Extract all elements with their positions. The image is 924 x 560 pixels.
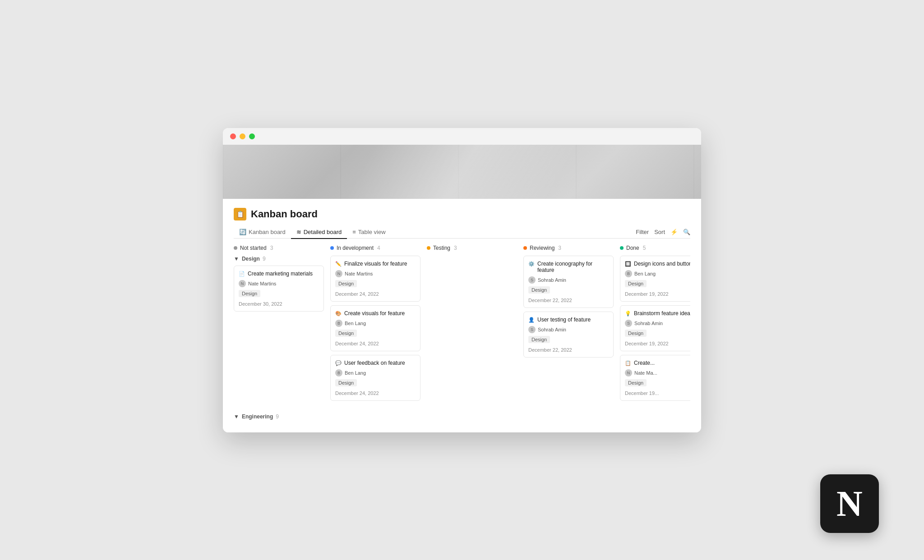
minimize-button[interactable] xyxy=(240,133,245,139)
tab-kanban-board[interactable]: 🔄 Kanban board xyxy=(234,226,291,239)
chevron-icon-eng: ▼ xyxy=(234,413,239,420)
card-finalize-visuals[interactable]: ✏️ Finalize visuals for feature N Nate M… xyxy=(330,256,420,302)
card-date: December 24, 2022 xyxy=(335,291,416,297)
detailed-icon: ≋ xyxy=(296,229,301,235)
column-header-not-started: Not started 3 xyxy=(234,245,324,251)
column-header-testing: Testing 3 xyxy=(427,245,517,251)
bulb-icon: 💡 xyxy=(625,311,631,317)
column-in-development: In development 4 ✏️ Finalize visuals for… xyxy=(330,245,420,404)
card-assignee: N Nate Martins xyxy=(335,270,416,277)
tag-design: Design xyxy=(625,280,647,287)
card-title: 💬 User feedback on feature xyxy=(335,360,416,366)
chat-icon: 💬 xyxy=(335,360,342,366)
notion-logo: N xyxy=(820,474,879,533)
avatar-nate: N xyxy=(335,270,342,277)
tag-design: Design xyxy=(335,330,357,337)
tag-design: Design xyxy=(528,286,550,294)
card-title: 📄 Create marketing materials xyxy=(239,271,319,277)
card-title: ✏️ Finalize visuals for feature xyxy=(335,261,416,267)
avatar-sohrab: S xyxy=(528,326,536,333)
status-dot-testing xyxy=(427,246,430,250)
card-assignee: S Sohrab Amin xyxy=(528,326,609,333)
user-icon: 👤 xyxy=(528,317,535,323)
tab-table-view[interactable]: ≡ Table view xyxy=(347,226,391,239)
card-assignee: B Ben Lang xyxy=(335,320,416,327)
card-title: 🔲 Design icons and buttons xyxy=(625,261,690,267)
card-date: December 22, 2022 xyxy=(528,298,609,303)
card-date: December 19, 2022 xyxy=(625,341,690,346)
card-design-icons[interactable]: 🔲 Design icons and buttons B Ben Lang De… xyxy=(620,256,690,302)
settings-icon: ⚙️ xyxy=(528,261,535,267)
card-title: 👤 User testing of feature xyxy=(528,317,609,323)
card-date: December 24, 2022 xyxy=(335,390,416,396)
paint-icon: 🎨 xyxy=(335,311,342,317)
grid-icon: 🔲 xyxy=(625,261,631,267)
card-assignee: B Ben Lang xyxy=(625,270,690,277)
column-header-reviewing: Reviewing 3 xyxy=(523,245,614,251)
tag-design: Design xyxy=(335,379,357,386)
testing-empty xyxy=(427,256,517,292)
column-header-in-dev: In development 4 xyxy=(330,245,420,251)
filter-button[interactable]: Filter xyxy=(636,229,649,235)
table-icon: ≡ xyxy=(352,229,356,235)
card-user-feedback[interactable]: 💬 User feedback on feature B Ben Lang De… xyxy=(330,355,420,401)
card-date: December 19, 2022 xyxy=(625,291,690,297)
card-assignee: S Sohrab Amin xyxy=(528,276,609,284)
avatar-nate: N xyxy=(239,280,246,287)
status-dot-in-dev xyxy=(330,246,334,250)
avatar-nate: N xyxy=(625,369,632,376)
titlebar xyxy=(223,128,701,145)
close-button[interactable] xyxy=(230,133,236,139)
page-title-row: 📋 Kanban board xyxy=(234,208,690,220)
lightning-icon[interactable]: ⚡ xyxy=(670,229,678,235)
card-title: 💡 Brainstorm feature ideas xyxy=(625,310,690,317)
tag-design: Design xyxy=(239,290,260,297)
card-create-partial[interactable]: 📋 Create... N Nate Ma... Design December… xyxy=(620,355,690,401)
maximize-button[interactable] xyxy=(249,133,255,139)
card-date: December 22, 2022 xyxy=(528,347,609,353)
edit-icon: ✏️ xyxy=(335,261,342,267)
column-not-started: Not started 3 ▼ Design 9 📄 Create market… xyxy=(234,245,324,404)
page-content: 📋 Kanban board 🔄 Kanban board ≋ Detailed… xyxy=(223,199,701,432)
group-engineering: ▼ Engineering 9 xyxy=(234,413,690,420)
tab-detailed-board[interactable]: ≋ Detailed board xyxy=(291,226,347,239)
notion-n-letter: N xyxy=(836,486,863,522)
avatar-ben: B xyxy=(625,270,632,277)
tag-design: Design xyxy=(528,336,550,343)
card-create-visuals[interactable]: 🎨 Create visuals for feature B Ben Lang … xyxy=(330,305,420,351)
column-done: Done 5 🔲 Design icons and buttons B Ben … xyxy=(620,245,690,404)
card-assignee: N Nate Martins xyxy=(239,280,319,287)
card-user-testing[interactable]: 👤 User testing of feature S Sohrab Amin … xyxy=(523,312,614,358)
avatar-sohrab: S xyxy=(625,320,632,327)
search-icon[interactable]: 🔍 xyxy=(683,229,690,235)
card-create-marketing[interactable]: 📄 Create marketing materials N Nate Mart… xyxy=(234,266,324,312)
page-icon: 📋 xyxy=(234,208,246,220)
sort-button[interactable]: Sort xyxy=(654,229,665,235)
card-assignee: B Ben Lang xyxy=(335,369,416,376)
card-assignee: S Sohrab Amin xyxy=(625,320,690,327)
status-dot-reviewing xyxy=(523,246,527,250)
card-doc-icon: 📄 xyxy=(239,271,245,277)
card-date: December 30, 2022 xyxy=(239,301,319,307)
card-title: 📋 Create... xyxy=(625,360,690,366)
tag-design: Design xyxy=(625,330,647,337)
doc-icon: 📋 xyxy=(625,360,631,366)
page-title: Kanban board xyxy=(251,208,318,220)
app-window: 📋 Kanban board 🔄 Kanban board ≋ Detailed… xyxy=(223,128,701,432)
card-title: 🎨 Create visuals for feature xyxy=(335,310,416,317)
card-date: December 24, 2022 xyxy=(335,341,416,346)
group-design-not-started: ▼ Design 9 xyxy=(234,256,324,262)
card-create-iconography[interactable]: ⚙️ Create iconography for feature S Sohr… xyxy=(523,256,614,308)
tag-design: Design xyxy=(625,379,647,386)
card-title: ⚙️ Create iconography for feature xyxy=(528,261,609,273)
card-assignee: N Nate Ma... xyxy=(625,369,690,376)
toolbar: Filter Sort ⚡ 🔍 xyxy=(636,229,690,235)
card-brainstorm[interactable]: 💡 Brainstorm feature ideas S Sohrab Amin… xyxy=(620,305,690,351)
avatar-sohrab: S xyxy=(528,276,536,284)
column-testing: Testing 3 xyxy=(427,245,517,404)
chevron-icon: ▼ xyxy=(234,256,239,262)
kanban-icon: 🔄 xyxy=(239,229,246,235)
column-header-done: Done 5 xyxy=(620,245,690,251)
tag-design: Design xyxy=(335,280,357,287)
status-dot-done xyxy=(620,246,624,250)
